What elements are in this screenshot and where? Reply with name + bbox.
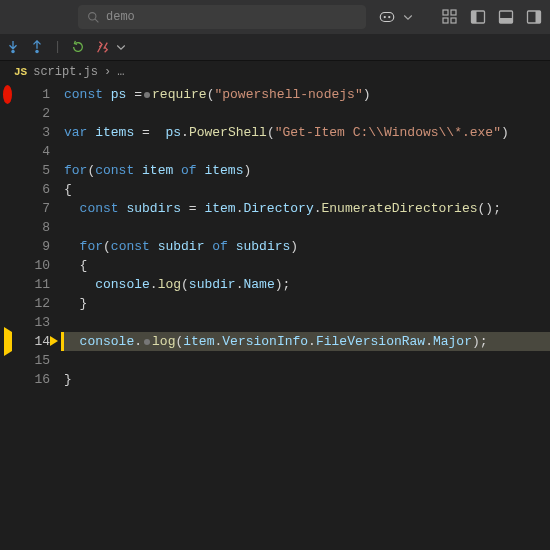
code-line[interactable] bbox=[64, 104, 550, 123]
code-line[interactable]: const ps =require("powershell-nodejs") bbox=[64, 85, 550, 104]
breadcrumb-file: script.js bbox=[33, 65, 98, 79]
step-out-icon[interactable] bbox=[30, 40, 44, 54]
disconnect-icon[interactable] bbox=[95, 40, 109, 54]
svg-rect-7 bbox=[443, 18, 448, 23]
command-center-search[interactable]: demo bbox=[78, 5, 366, 29]
breadcrumb[interactable]: JS script.js › … bbox=[0, 61, 550, 83]
code-editor[interactable]: 12345678910111213141516 const ps =requir… bbox=[0, 83, 550, 389]
code-line[interactable]: const subdirs = item.Directory.Enumerate… bbox=[64, 199, 550, 218]
svg-rect-14 bbox=[536, 11, 541, 23]
execution-pointer-icon bbox=[4, 327, 12, 356]
svg-rect-6 bbox=[451, 10, 456, 15]
js-file-icon: JS bbox=[14, 66, 27, 78]
toggle-sidebar-icon[interactable] bbox=[470, 9, 486, 25]
code-line[interactable]: console.log(item.VersionInfo.FileVersion… bbox=[61, 332, 550, 351]
toggle-secondary-icon[interactable] bbox=[526, 9, 542, 25]
code-line[interactable]: { bbox=[64, 180, 550, 199]
layout-controls bbox=[442, 9, 542, 25]
code-line[interactable] bbox=[64, 351, 550, 370]
code-line[interactable]: console.log(subdir.Name); bbox=[64, 275, 550, 294]
svg-point-15 bbox=[11, 50, 15, 54]
svg-point-0 bbox=[89, 12, 96, 19]
code-line[interactable] bbox=[64, 218, 550, 237]
code-line[interactable]: var items = ps.PowerShell("Get-Item C:\\… bbox=[64, 123, 550, 142]
divider: | bbox=[54, 40, 61, 54]
code-line[interactable] bbox=[64, 313, 550, 332]
customize-layout-icon[interactable] bbox=[442, 9, 458, 25]
glyph-margin[interactable] bbox=[0, 83, 15, 389]
svg-rect-5 bbox=[443, 10, 448, 15]
svg-line-1 bbox=[95, 19, 98, 22]
restart-icon[interactable] bbox=[71, 40, 85, 54]
svg-point-16 bbox=[35, 50, 39, 54]
svg-rect-10 bbox=[472, 11, 477, 23]
search-icon bbox=[87, 11, 100, 24]
title-bar: demo bbox=[0, 0, 550, 34]
svg-rect-8 bbox=[451, 18, 456, 23]
code-line[interactable]: } bbox=[64, 294, 550, 313]
search-text: demo bbox=[106, 10, 135, 24]
svg-point-4 bbox=[388, 16, 390, 18]
code-line[interactable]: { bbox=[64, 256, 550, 275]
breakpoint-icon[interactable] bbox=[3, 85, 12, 104]
svg-point-3 bbox=[384, 16, 386, 18]
breadcrumb-separator: › bbox=[104, 65, 111, 79]
code-line[interactable] bbox=[64, 142, 550, 161]
copilot-icon[interactable] bbox=[378, 9, 396, 25]
code-line[interactable]: } bbox=[64, 370, 550, 389]
code-line[interactable]: for(const subdir of subdirs) bbox=[64, 237, 550, 256]
code-content[interactable]: const ps =require("powershell-nodejs")va… bbox=[64, 83, 550, 389]
chevron-down-icon[interactable] bbox=[402, 11, 414, 23]
toggle-panel-icon[interactable] bbox=[498, 9, 514, 25]
step-into-icon[interactable] bbox=[6, 40, 20, 54]
code-line[interactable]: for(const item of items) bbox=[64, 161, 550, 180]
svg-rect-12 bbox=[500, 18, 513, 23]
debug-toolbar: | bbox=[0, 34, 550, 61]
breadcrumb-more: … bbox=[117, 65, 124, 79]
chevron-down-icon[interactable] bbox=[115, 41, 127, 53]
svg-rect-2 bbox=[380, 13, 394, 22]
